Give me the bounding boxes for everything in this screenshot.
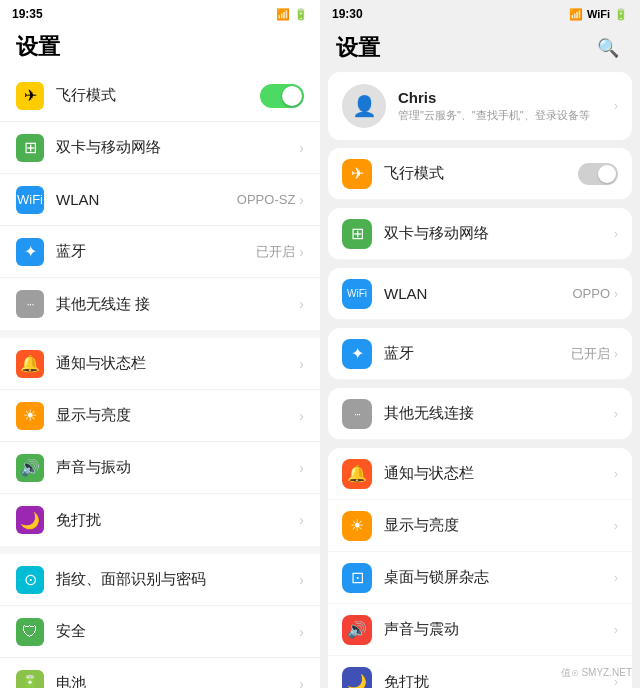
wireless-chevron-left: › <box>299 296 304 312</box>
airplane-toggle-left[interactable] <box>260 84 304 108</box>
left-item-sound[interactable]: 🔊 声音与振动 › <box>0 442 320 494</box>
bluetooth-icon-left: ✦ <box>16 238 44 266</box>
left-item-disturb[interactable]: 🌙 免打扰 › <box>0 494 320 546</box>
profile-card[interactable]: 👤 Chris 管理"云服务"、"查找手机"、登录设备等 › <box>328 72 632 140</box>
search-button-right[interactable]: 🔍 <box>592 32 624 64</box>
right-item-notification[interactable]: 🔔 通知与状态栏 › <box>328 448 632 500</box>
bluetooth-chevron-left: › <box>299 244 304 260</box>
notification-chevron-left: › <box>299 356 304 372</box>
left-status-icons: 📶 🔋 <box>276 8 308 21</box>
left-sound-label: 声音与振动 <box>56 458 299 477</box>
notification-icon-right: 🔔 <box>342 459 372 489</box>
left-bluetooth-label: 蓝牙 <box>56 242 256 261</box>
fingerprint-icon-left: ⊙ <box>16 566 44 594</box>
left-item-display[interactable]: ☀ 显示与亮度 › <box>0 390 320 442</box>
right-item-sim[interactable]: ⊞ 双卡与移动网络 › <box>328 208 632 260</box>
left-group-1: ✈ 飞行模式 ⊞ 双卡与移动网络 › WiFi WLAN OPPO-SZ › ✦… <box>0 70 320 330</box>
right-time: 19:30 <box>332 7 363 21</box>
left-item-bluetooth[interactable]: ✦ 蓝牙 已开启 › <box>0 226 320 278</box>
disturb-chevron-left: › <box>299 512 304 528</box>
left-item-airplane[interactable]: ✈ 飞行模式 <box>0 70 320 122</box>
profile-chevron: › <box>614 99 618 113</box>
right-item-sound[interactable]: 🔊 声音与震动 › <box>328 604 632 656</box>
left-item-wireless[interactable]: ··· 其他无线连 接 › <box>0 278 320 330</box>
fingerprint-chevron-left: › <box>299 572 304 588</box>
sound-icon-right: 🔊 <box>342 615 372 645</box>
left-group-2: 🔔 通知与状态栏 › ☀ 显示与亮度 › 🔊 声音与振动 › 🌙 免打扰 › <box>0 338 320 546</box>
security-chevron-left: › <box>299 624 304 640</box>
left-time: 19:35 <box>12 7 43 21</box>
notification-icon-left: 🔔 <box>16 350 44 378</box>
airplane-icon-left: ✈ <box>16 82 44 110</box>
wlan-chevron-right: › <box>614 287 618 301</box>
profile-name: Chris <box>398 89 614 106</box>
desktop-icon-right: ⊡ <box>342 563 372 593</box>
sim-chevron-right: › <box>614 227 618 241</box>
right-settings-list: 👤 Chris 管理"云服务"、"查找手机"、登录设备等 › ✈ 飞行模式 ⊞ … <box>320 72 640 688</box>
wireless-chevron-right: › <box>614 407 618 421</box>
desktop-chevron-right: › <box>614 571 618 585</box>
right-item-wlan[interactable]: WiFi WLAN OPPO › <box>328 268 632 320</box>
left-security-label: 安全 <box>56 622 299 641</box>
left-wlan-label: WLAN <box>56 191 237 208</box>
wlan-icon-right: WiFi <box>342 279 372 309</box>
left-battery-icon: 🔋 <box>294 8 308 21</box>
left-wlan-value: OPPO-SZ <box>237 192 296 207</box>
left-status-bar: 19:35 📶 🔋 <box>0 0 320 28</box>
display-chevron-left: › <box>299 408 304 424</box>
bluetooth-icon-right: ✦ <box>342 339 372 369</box>
disturb-icon-right: 🌙 <box>342 667 372 688</box>
display-icon-right: ☀ <box>342 511 372 541</box>
left-airplane-label: 飞行模式 <box>56 86 260 105</box>
right-item-desktop[interactable]: ⊡ 桌面与锁屏杂志 › <box>328 552 632 604</box>
left-bluetooth-value: 已开启 <box>256 243 295 261</box>
right-airplane-label: 飞行模式 <box>384 164 578 183</box>
right-wlan-label: WLAN <box>384 285 572 302</box>
battery-icon-left: 🔋 <box>16 670 44 689</box>
right-display-label: 显示与亮度 <box>384 516 614 535</box>
sim-icon-left: ⊞ <box>16 134 44 162</box>
right-sound-label: 声音与震动 <box>384 620 614 639</box>
right-item-airplane[interactable]: ✈ 飞行模式 <box>328 148 632 200</box>
left-sim-label: 双卡与移动网络 <box>56 138 299 157</box>
sound-icon-left: 🔊 <box>16 454 44 482</box>
avatar: 👤 <box>342 84 386 128</box>
right-bottom-group: 🔔 通知与状态栏 › ☀ 显示与亮度 › ⊡ 桌面与锁屏杂志 › 🔊 声音与震动… <box>320 448 640 688</box>
left-group-3: ⊙ 指纹、面部识别与密码 › 🛡 安全 › 🔋 电池 › A 语言 简体中文 › <box>0 554 320 688</box>
right-bluetooth-value: 已开启 <box>571 345 610 363</box>
sound-chevron-right: › <box>614 623 618 637</box>
right-wireless-label: 其他无线连接 <box>384 404 614 423</box>
bluetooth-chevron-right: › <box>614 347 618 361</box>
right-item-disturb[interactable]: 🌙 免打扰 › <box>328 656 632 688</box>
left-item-wlan[interactable]: WiFi WLAN OPPO-SZ › <box>0 174 320 226</box>
left-settings-list: ✈ 飞行模式 ⊞ 双卡与移动网络 › WiFi WLAN OPPO-SZ › ✦… <box>0 70 320 688</box>
right-status-bar: 19:30 📶 WiFi 🔋 <box>320 0 640 28</box>
left-item-fingerprint[interactable]: ⊙ 指纹、面部识别与密码 › <box>0 554 320 606</box>
right-item-display[interactable]: ☀ 显示与亮度 › <box>328 500 632 552</box>
left-disturb-label: 免打扰 <box>56 511 299 530</box>
notification-chevron-right: › <box>614 467 618 481</box>
sound-chevron-left: › <box>299 460 304 476</box>
profile-sub: 管理"云服务"、"查找手机"、登录设备等 <box>398 108 614 123</box>
right-panel: 19:30 📶 WiFi 🔋 设置 🔍 👤 Chris 管理"云服务"、"查找手… <box>320 0 640 688</box>
left-fingerprint-label: 指纹、面部识别与密码 <box>56 570 299 589</box>
right-disturb-label: 免打扰 <box>384 673 614 689</box>
wireless-icon-right: ··· <box>342 399 372 429</box>
left-item-security[interactable]: 🛡 安全 › <box>0 606 320 658</box>
right-notification-label: 通知与状态栏 <box>384 464 614 483</box>
display-icon-left: ☀ <box>16 402 44 430</box>
right-desktop-label: 桌面与锁屏杂志 <box>384 568 614 587</box>
right-item-bluetooth[interactable]: ✦ 蓝牙 已开启 › <box>328 328 632 380</box>
airplane-toggle-right[interactable] <box>578 163 618 185</box>
wlan-icon-left: WiFi <box>16 186 44 214</box>
right-page-title: 设置 <box>336 33 380 63</box>
left-page-title: 设置 <box>0 28 320 70</box>
left-item-notification[interactable]: 🔔 通知与状态栏 › <box>0 338 320 390</box>
disturb-icon-left: 🌙 <box>16 506 44 534</box>
left-item-battery[interactable]: 🔋 电池 › <box>0 658 320 688</box>
left-wireless-label: 其他无线连 接 <box>56 295 299 314</box>
battery-chevron-left: › <box>299 676 304 689</box>
right-wifi-icon: WiFi <box>587 8 610 20</box>
right-item-wireless[interactable]: ··· 其他无线连接 › <box>328 388 632 440</box>
left-item-sim[interactable]: ⊞ 双卡与移动网络 › <box>0 122 320 174</box>
